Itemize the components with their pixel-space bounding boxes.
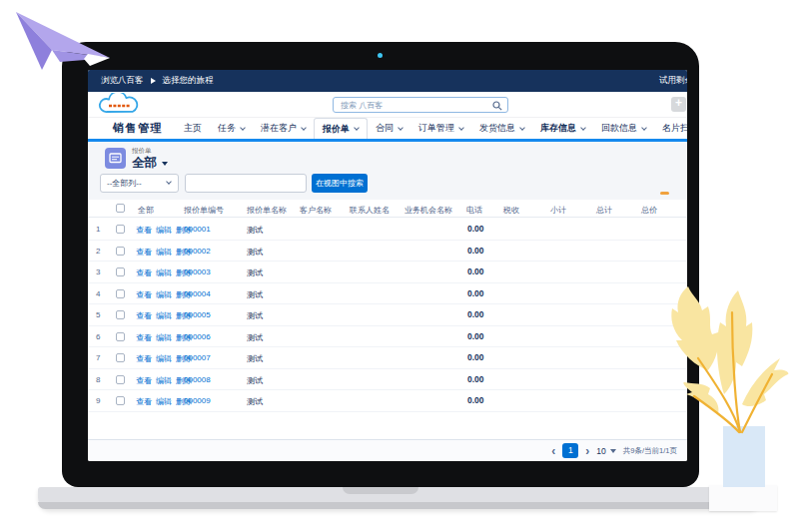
row-number: 7 [96, 353, 100, 362]
tax-value: 0.00 [467, 246, 484, 256]
tab-6[interactable]: 发货信息 [471, 118, 532, 139]
row-checkbox[interactable] [116, 267, 125, 276]
row-checkbox[interactable] [116, 247, 125, 256]
tab-label: 合同 [376, 122, 394, 135]
quote-number-link[interactable]: 000001 [184, 225, 211, 234]
quote-number-link[interactable]: 000004 [184, 289, 211, 298]
action-link[interactable]: 查看 [136, 375, 152, 386]
action-link[interactable]: 查看 [136, 310, 152, 321]
action-link[interactable]: 查看 [136, 396, 152, 407]
journey-label[interactable]: 选择您的旅程 [163, 75, 214, 87]
table-row: 6查看编辑删除000006测试0.00 [88, 326, 687, 348]
tab-label: 发货信息 [479, 122, 515, 135]
tab-7[interactable]: 库存信息 [532, 118, 593, 139]
row-checkbox[interactable] [116, 332, 125, 341]
list-view-section: 报价单 全部 --全部列-- 在视图中搜索 [88, 142, 687, 200]
pagination-bar: ‹ 1 › 10 共9条/当前1/1页 [88, 439, 687, 461]
row-number: 4 [96, 289, 100, 298]
trial-remaining-label: 试用剩余 [659, 75, 687, 87]
tax-value: 0.00 [467, 309, 484, 319]
previous-page-icon[interactable]: ‹ [551, 446, 555, 456]
quote-number-link[interactable]: 000003 [184, 267, 211, 276]
action-link[interactable]: 编辑 [156, 225, 172, 236]
column-header: 全部 [138, 205, 154, 216]
action-link[interactable]: 查看 [136, 353, 152, 364]
laptop-notch [343, 487, 418, 494]
row-checkbox[interactable] [116, 353, 125, 362]
row-checkbox[interactable] [116, 310, 125, 319]
laptop-base [38, 487, 761, 509]
tab-label: 订单管理 [418, 122, 454, 135]
tab-2[interactable]: 潜在客户 [253, 118, 314, 139]
action-link[interactable]: 查看 [136, 247, 152, 258]
row-checkbox[interactable] [116, 225, 125, 234]
quote-name: 测试 [247, 247, 263, 258]
table-row: 5查看编辑删除000005测试0.00 [88, 304, 687, 326]
caret-down-icon [610, 449, 616, 453]
select-all-checkbox[interactable] [116, 204, 125, 213]
action-link[interactable]: 编辑 [156, 332, 172, 343]
action-link[interactable]: 编辑 [156, 310, 172, 321]
action-link[interactable]: 查看 [136, 267, 152, 278]
action-link[interactable]: 编辑 [156, 353, 172, 364]
row-checkbox[interactable] [116, 396, 125, 405]
action-link[interactable]: 编辑 [156, 247, 172, 258]
tax-value: 0.00 [467, 374, 484, 384]
view-selector[interactable]: 全部 [132, 155, 168, 172]
action-link[interactable]: 编辑 [156, 375, 172, 386]
next-page-icon[interactable]: › [585, 446, 589, 456]
quote-number-link[interactable]: 000005 [184, 310, 211, 319]
global-search [333, 97, 508, 113]
action-link[interactable]: 查看 [136, 289, 152, 300]
tab-8[interactable]: 回款信息 [593, 118, 654, 139]
chevron-down-icon [166, 179, 172, 185]
column-header: 业务机会名称 [404, 205, 452, 216]
action-link[interactable]: 编辑 [156, 289, 172, 300]
webcam-dot [378, 53, 383, 58]
tab-9[interactable]: 名片扫描 [654, 118, 687, 139]
view-search-input[interactable] [185, 174, 307, 193]
row-checkbox[interactable] [116, 375, 125, 384]
table-row: 3查看编辑删除000003测试0.00 [88, 262, 687, 283]
chevron-down-icon [458, 125, 464, 131]
quote-name: 测试 [247, 396, 263, 407]
global-search-input[interactable] [334, 98, 507, 112]
chevron-down-icon [240, 125, 246, 131]
quote-number-link[interactable]: 000009 [184, 396, 211, 405]
tab-4[interactable]: 合同 [368, 118, 410, 139]
chevron-down-icon [641, 125, 647, 131]
add-button[interactable]: + [671, 97, 686, 112]
action-link[interactable]: 查看 [136, 332, 152, 343]
tax-value: 0.00 [467, 395, 484, 405]
row-number: 2 [96, 247, 100, 256]
quote-entity-icon [105, 148, 126, 169]
quote-number-link[interactable]: 000007 [184, 353, 211, 362]
quote-number-link[interactable]: 000008 [184, 375, 211, 384]
quote-number-link[interactable]: 000002 [184, 247, 211, 256]
app-screen: 浏览八百客 选择您的旅程 试用剩余 + [88, 70, 687, 461]
action-link[interactable]: 编辑 [156, 267, 172, 278]
page-size-select[interactable]: 10 [596, 446, 615, 456]
row-checkbox[interactable] [116, 289, 125, 298]
plant-illustration [662, 282, 792, 497]
tab-3[interactable]: 报价单 [314, 118, 368, 139]
column-header: 客户名称 [300, 205, 332, 216]
column-header: 报价单名称 [247, 205, 287, 216]
table-header: 全部报价单编号报价单名称客户名称联系人姓名业务机会名称电话税收小计总计总价 [88, 200, 687, 218]
search-in-view-button[interactable]: 在视图中搜索 [312, 174, 368, 193]
current-page-button[interactable]: 1 [562, 443, 578, 458]
tab-0[interactable]: 主页 [176, 118, 210, 139]
column-header: 小计 [550, 205, 566, 216]
tab-label: 库存信息 [540, 122, 576, 135]
quote-number-link[interactable]: 000006 [184, 332, 211, 341]
app-name: 销售管理 [113, 121, 163, 136]
800app-cloud-logo [95, 93, 147, 117]
tab-1[interactable]: 任务 [210, 118, 253, 139]
table-body: 1查看编辑删除000001测试0.002查看编辑删除000002测试0.003查… [88, 219, 687, 412]
action-link[interactable]: 查看 [136, 225, 152, 236]
quote-name: 测试 [247, 375, 263, 386]
action-link[interactable]: 编辑 [156, 396, 172, 407]
column-select[interactable]: --全部列-- [100, 174, 179, 193]
tab-5[interactable]: 订单管理 [410, 118, 471, 139]
column-select-value: --全部列-- [107, 179, 142, 188]
